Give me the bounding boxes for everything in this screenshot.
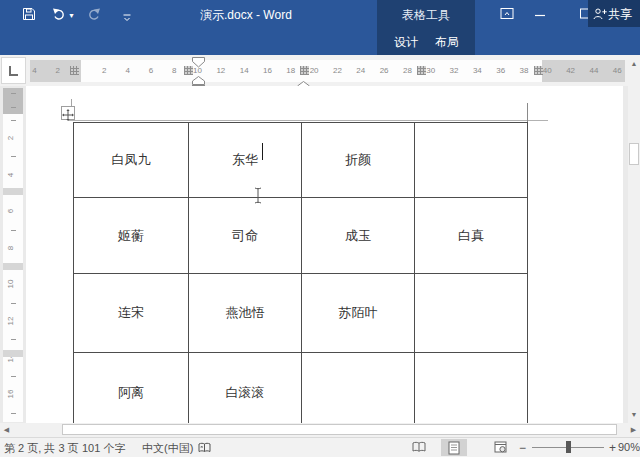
- ruler-tick: [11, 156, 16, 157]
- table-tools-label: 表格工具: [377, 7, 475, 24]
- page-number-indicator[interactable]: 第 2 页, 共 3 页: [4, 441, 79, 456]
- undo-dropdown-arrow[interactable]: ▼: [68, 12, 75, 19]
- ruler-number: 34: [470, 66, 484, 75]
- table-move-handle[interactable]: [61, 106, 75, 120]
- table-column-marker[interactable]: [300, 66, 309, 75]
- share-button[interactable]: 共享: [588, 0, 640, 27]
- table-row-marker[interactable]: [3, 188, 23, 195]
- table-tools-contextual-block: 表格工具 设计 布局: [377, 0, 475, 55]
- ruler-number: 36: [494, 66, 508, 75]
- zoom-out-button[interactable]: −: [519, 441, 526, 455]
- status-bar: 第 2 页, 共 3 页 101 个字 中文(中国) − + 90%: [0, 437, 640, 457]
- ruler-number: 44: [587, 66, 601, 75]
- table-cell[interactable]: 姬蘅: [74, 198, 189, 274]
- print-layout-button[interactable]: [441, 439, 467, 456]
- document-area: 246810121416 白凤九东华折颜姬蘅司命成玉白真连宋燕池悟苏陌叶阿离白滚…: [0, 86, 640, 423]
- ruler-number: 12: [6, 314, 20, 328]
- table-cell[interactable]: 连宋: [74, 274, 189, 353]
- table-cell[interactable]: 白真: [415, 198, 528, 274]
- table-row-marker[interactable]: [3, 350, 23, 357]
- table-cell[interactable]: 白凤九: [74, 123, 189, 198]
- tab-table-design[interactable]: 设计: [394, 34, 418, 51]
- word-count-indicator[interactable]: 101 个字: [82, 441, 125, 456]
- ruler-number: 26: [377, 66, 391, 75]
- table-column-marker[interactable]: [184, 66, 193, 75]
- ruler-number: 46: [610, 66, 624, 75]
- horizontal-scrollbar[interactable]: ◀ ▶: [0, 423, 640, 437]
- save-button[interactable]: [22, 7, 36, 25]
- ruler-number: 24: [354, 66, 368, 75]
- table-cell[interactable]: 折颜: [302, 123, 415, 198]
- tab-table-layout[interactable]: 布局: [435, 34, 459, 51]
- table-cell[interactable]: 司命: [189, 198, 302, 274]
- tab-stop-selector[interactable]: [1, 57, 26, 84]
- ruler-number: 38: [517, 66, 531, 75]
- ruler-number: 8: [167, 66, 181, 75]
- ribbon-display-options-icon: [500, 6, 514, 23]
- ruler-number: 14: [237, 66, 251, 75]
- table-cell[interactable]: 苏陌叶: [302, 274, 415, 353]
- title-bar: ▼ 演示.docx - Word: [0, 0, 640, 28]
- table-column-marker[interactable]: [534, 66, 543, 75]
- left-tab-icon: [9, 66, 18, 76]
- language-indicator[interactable]: 中文(中国): [142, 441, 193, 456]
- table-column-marker[interactable]: [70, 66, 79, 75]
- ruler-number: 2: [97, 66, 111, 75]
- web-layout-button[interactable]: [487, 439, 513, 456]
- ruler-tick: [11, 413, 16, 414]
- ruler-tick: [11, 230, 16, 231]
- save-icon: [22, 7, 36, 24]
- vertical-scrollbar[interactable]: ▲ ▼: [628, 57, 640, 423]
- proofing-status-icon[interactable]: [198, 442, 211, 456]
- vertical-ruler[interactable]: 246810121416: [3, 88, 23, 422]
- ruler-tick: [11, 376, 16, 377]
- table-cell[interactable]: 东华: [189, 123, 302, 198]
- text-cursor: [262, 143, 263, 160]
- scroll-right-button[interactable]: ▶: [628, 426, 639, 434]
- ruler-number: 12: [214, 66, 228, 75]
- minimize-button[interactable]: [529, 6, 551, 23]
- table-cell[interactable]: 成玉: [302, 198, 415, 274]
- ribbon-display-options-button[interactable]: [496, 6, 518, 23]
- ruler-number: 2: [51, 66, 65, 75]
- table-cell[interactable]: [415, 123, 528, 198]
- horizontal-scroll-thumb[interactable]: [62, 424, 617, 435]
- table-cell[interactable]: 阿离: [74, 353, 189, 424]
- table-cell[interactable]: [302, 353, 415, 424]
- table-column-marker[interactable]: [417, 66, 426, 75]
- mouse-ibeam-cursor: [253, 187, 263, 208]
- scroll-down-button[interactable]: ▼: [628, 411, 640, 418]
- table-cell[interactable]: [415, 274, 528, 353]
- scroll-left-button[interactable]: ◀: [1, 426, 12, 434]
- undo-icon: [52, 7, 67, 24]
- vertical-scroll-thumb[interactable]: [629, 143, 639, 165]
- ruler-number: 22: [330, 66, 344, 75]
- ruler-tick: [11, 107, 16, 108]
- ruler-number: 42: [564, 66, 578, 75]
- ruler-number: 18: [284, 66, 298, 75]
- table-row-marker[interactable]: [3, 263, 23, 270]
- zoom-level-indicator[interactable]: 90%: [618, 441, 640, 453]
- read-mode-button[interactable]: [406, 439, 432, 456]
- table-gridline-extension: [68, 120, 548, 121]
- redo-button[interactable]: [86, 7, 101, 25]
- horizontal-ruler[interactable]: 4224681012141618202224262830323436384042…: [30, 60, 625, 82]
- ruler-number: 8: [6, 241, 20, 255]
- document-page[interactable]: 白凤九东华折颜姬蘅司命成玉白真连宋燕池悟苏陌叶阿离白滚滚: [26, 86, 623, 423]
- table-cell[interactable]: [415, 353, 528, 424]
- table-row: 白凤九东华折颜: [74, 123, 528, 198]
- ruler-row: 4224681012141618202224262830323436384042…: [0, 55, 640, 86]
- ruler-tick: [11, 120, 16, 121]
- table-cell[interactable]: 燕池悟: [189, 274, 302, 353]
- ruler-tick: [11, 93, 16, 94]
- zoom-in-button[interactable]: +: [609, 441, 616, 455]
- zoom-slider-thumb[interactable]: [566, 441, 571, 453]
- ruler-tick: [11, 303, 16, 304]
- table-cell[interactable]: 白滚滚: [189, 353, 302, 424]
- qat-customize-button[interactable]: [122, 9, 132, 27]
- ribbon-tab-row: 文件 开始插入设计布局引用邮件审阅视图 告诉我... 登录: [0, 28, 640, 55]
- table-row: 姬蘅司命成玉白真: [74, 198, 528, 274]
- ruler-number: 16: [6, 387, 20, 401]
- undo-button[interactable]: [52, 7, 67, 25]
- scroll-up-button[interactable]: ▲: [628, 60, 640, 67]
